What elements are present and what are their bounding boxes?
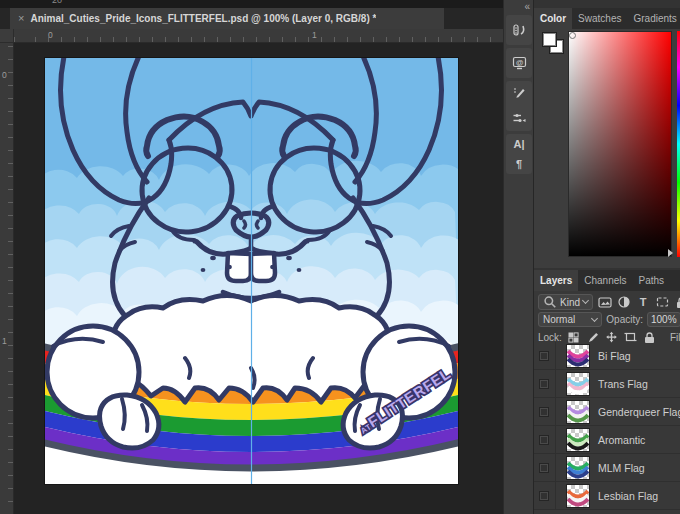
- smart-object-filter-icon[interactable]: [674, 295, 680, 309]
- layer-thumbnail[interactable]: [567, 457, 589, 479]
- layer-thumbnail[interactable]: [567, 345, 589, 367]
- opacity-value[interactable]: 100%: [647, 312, 680, 327]
- layers-panel: Kind T Normal: [534, 291, 680, 514]
- layer-row[interactable]: Trans Flag: [534, 370, 680, 398]
- layer-name: Genderqueer Flag: [598, 406, 680, 418]
- left-paw-toes: [100, 395, 159, 448]
- brushes-panel-icon[interactable]: [511, 22, 527, 38]
- document-tab[interactable]: × Animal_Cuties_Pride_Icons_FLITTERFEL.p…: [10, 8, 444, 29]
- shape-filter-icon[interactable]: [655, 295, 669, 309]
- opacity-label: Opacity:: [606, 314, 643, 325]
- divider: [555, 398, 556, 426]
- chevron-down-icon: [582, 297, 589, 304]
- ruler-label: 1: [312, 30, 317, 40]
- blend-mode-value: Normal: [543, 314, 592, 325]
- dock-group-4: A| ¶: [506, 134, 532, 174]
- layer-row[interactable]: Bi Flag: [534, 342, 680, 370]
- vertical-ruler-ticks: [8, 29, 13, 514]
- layer-row[interactable]: Genderqueer Flag: [534, 398, 680, 426]
- close-tab-icon[interactable]: ×: [18, 13, 24, 24]
- visibility-toggle[interactable]: [539, 407, 549, 417]
- layer-row[interactable]: Lesbian Flag: [534, 482, 680, 510]
- blend-mode-dropdown[interactable]: Normal: [538, 312, 602, 327]
- pasteboard[interactable]: ATFLITTERFEL: [14, 43, 503, 514]
- saturation-brightness-field[interactable]: [568, 31, 672, 257]
- collapse-panels-icon[interactable]: «: [524, 1, 529, 12]
- panel-tab[interactable]: Paths: [633, 270, 671, 291]
- svg-text:@: @: [516, 57, 523, 66]
- divider: [555, 370, 556, 398]
- adjustment-filter-icon[interactable]: [617, 295, 631, 309]
- clone-source-panel-icon[interactable]: @: [511, 55, 527, 71]
- panel-tab[interactable]: Color: [534, 8, 572, 29]
- visibility-toggle[interactable]: [539, 435, 549, 445]
- vertical-ruler[interactable]: 01: [0, 29, 14, 514]
- top-clipped-toolbar: 20: [0, 0, 503, 8]
- type-filter-icon[interactable]: T: [636, 295, 650, 309]
- panel-tab[interactable]: Swatches: [572, 8, 627, 29]
- layer-name: Aromantic: [598, 434, 645, 446]
- dock-group-1: [506, 15, 532, 45]
- panel-tab[interactable]: Gradients: [627, 8, 680, 29]
- foreground-background-swatches[interactable]: [542, 32, 566, 56]
- visibility-toggle[interactable]: [539, 491, 549, 501]
- layers-panel-tabs: LayersChannelsPaths: [534, 270, 680, 291]
- layer-thumbnail[interactable]: [567, 429, 589, 451]
- clipped-toolbar-value: 20: [52, 0, 62, 5]
- pixel-filter-icon[interactable]: [598, 295, 612, 309]
- panel-tab[interactable]: Layers: [534, 270, 578, 291]
- panel-dock: « @ A| ¶: [503, 0, 533, 514]
- layer-name: MLM Flag: [598, 462, 645, 474]
- dock-group-2: @: [506, 48, 532, 78]
- layer-row[interactable]: MLM Flag: [534, 454, 680, 482]
- filter-kind-label: Kind: [560, 297, 580, 308]
- paragraph-panel-icon[interactable]: ¶: [511, 156, 527, 172]
- horizontal-ruler[interactable]: 01: [14, 29, 503, 43]
- visibility-toggle[interactable]: [539, 463, 549, 473]
- divider: [555, 482, 556, 510]
- layer-name: Trans Flag: [598, 378, 648, 390]
- layer-filter-row: Kind T: [534, 293, 680, 311]
- divider: [555, 426, 556, 454]
- brush-settings-panel-icon[interactable]: [511, 86, 527, 102]
- layer-name: Lesbian Flag: [598, 490, 658, 502]
- photoshop-window: 20 × Animal_Cuties_Pride_Icons_FLITTERFE…: [0, 0, 680, 514]
- color-panel: [534, 29, 680, 268]
- visibility-toggle[interactable]: [539, 379, 549, 389]
- color-panel-tabs: ColorSwatchesGradientsPatterns: [534, 8, 680, 29]
- lock-label: Lock:: [538, 332, 562, 343]
- filter-kind-dropdown[interactable]: Kind: [538, 294, 593, 310]
- chevron-down-icon: [591, 314, 598, 321]
- panel-tab[interactable]: Channels: [578, 270, 632, 291]
- search-icon: [543, 295, 557, 309]
- blend-mode-row: Normal Opacity: 100%: [534, 311, 680, 328]
- layer-thumbnail[interactable]: [567, 401, 589, 423]
- color-picker-ring[interactable]: [569, 32, 576, 39]
- fill-label: Fill:: [670, 332, 680, 343]
- layer-list: Bi Flag Trans Flag: [534, 342, 680, 514]
- layer-row[interactable]: Aromantic: [534, 426, 680, 454]
- layer-thumbnail[interactable]: [567, 485, 589, 507]
- horizontal-ruler-ticks: [14, 37, 503, 42]
- layer-name: Bi Flag: [598, 350, 631, 362]
- dock-group-3: [506, 81, 532, 131]
- ruler-corner: [0, 29, 14, 43]
- ruler-label: 0: [48, 30, 53, 40]
- divider: [555, 342, 556, 370]
- field-gripper-icon: [668, 249, 673, 257]
- layer-thumbnail[interactable]: [567, 373, 589, 395]
- canvas[interactable]: ATFLITTERFEL: [45, 58, 458, 484]
- right-panel-column: ColorSwatchesGradientsPatterns LayersCha…: [533, 0, 680, 514]
- ruler-label: 0: [2, 70, 7, 80]
- foreground-color-swatch[interactable]: [542, 32, 557, 47]
- tool-presets-panel-icon[interactable]: [511, 111, 527, 127]
- ruler-label: 1: [2, 336, 7, 346]
- character-panel-icon[interactable]: A|: [511, 136, 527, 152]
- document-title: Animal_Cuties_Pride_Icons_FLITTERFEL.psd…: [30, 13, 376, 24]
- divider: [555, 454, 556, 482]
- document-tab-bar: × Animal_Cuties_Pride_Icons_FLITTERFEL.p…: [0, 8, 503, 29]
- artwork: ATFLITTERFEL: [45, 58, 458, 484]
- visibility-toggle[interactable]: [539, 351, 549, 361]
